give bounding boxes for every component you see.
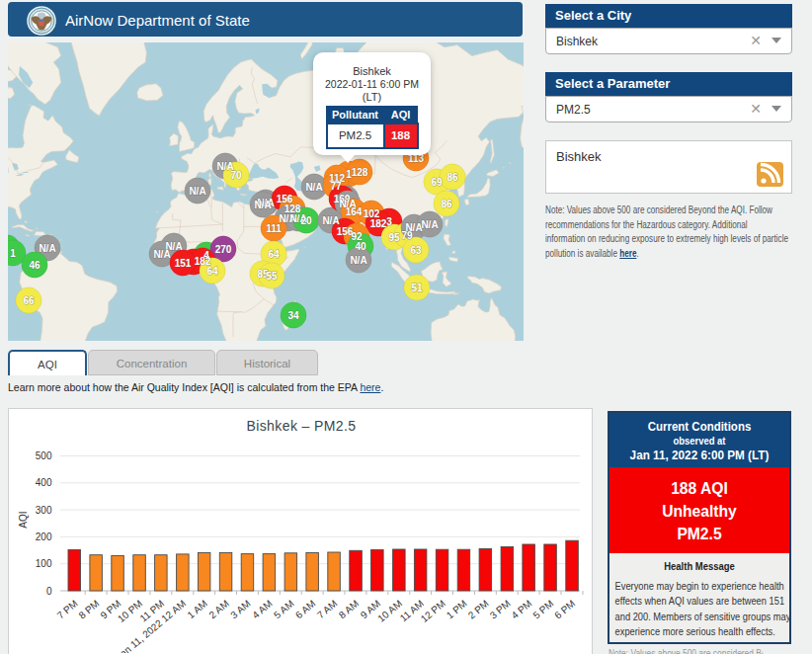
svg-text:70: 70 (230, 170, 242, 181)
svg-text:86: 86 (447, 172, 458, 183)
svg-text:400: 400 (36, 477, 52, 488)
svg-text:3 PM: 3 PM (488, 598, 513, 620)
svg-text:4 PM: 4 PM (510, 598, 534, 620)
svg-text:3 AM: 3 AM (228, 598, 253, 620)
svg-text:N/A: N/A (254, 200, 271, 210)
svg-text:8 AM: 8 AM (337, 598, 362, 620)
svg-text:300: 300 (36, 505, 52, 516)
svg-text:N/A: N/A (405, 222, 422, 233)
svg-text:111: 111 (266, 223, 282, 234)
svg-text:6 AM: 6 AM (293, 598, 318, 620)
svg-text:N/A: N/A (350, 255, 366, 266)
svg-text:55: 55 (266, 271, 278, 282)
svg-text:7 PM: 7 PM (55, 598, 80, 620)
svg-text:2 PM: 2 PM (466, 598, 491, 620)
svg-text:86: 86 (441, 199, 452, 209)
svg-text:100: 100 (36, 558, 52, 569)
svg-text:69: 69 (431, 177, 443, 188)
svg-text:64: 64 (268, 249, 280, 260)
svg-text:51: 51 (411, 283, 423, 293)
svg-text:5 AM: 5 AM (272, 598, 296, 620)
svg-text:270: 270 (215, 244, 232, 255)
svg-text:1 AM: 1 AM (185, 598, 209, 620)
svg-text:N/A: N/A (153, 249, 170, 260)
svg-text:5 PM: 5 PM (530, 598, 555, 620)
svg-text:64: 64 (206, 266, 218, 277)
svg-text:8 PM: 8 PM (77, 598, 102, 620)
svg-text:N/A: N/A (39, 243, 55, 254)
svg-text:Bishkek – PM2.5: Bishkek – PM2.5 (246, 418, 356, 434)
svg-text:164: 164 (346, 206, 363, 217)
svg-text:12 PM: 12 PM (419, 598, 447, 624)
svg-text:N/A: N/A (322, 215, 339, 226)
svg-text:20: 20 (300, 215, 312, 226)
svg-text:N/A: N/A (421, 219, 438, 230)
svg-text:2 AM: 2 AM (206, 598, 231, 620)
svg-text:3: 3 (386, 216, 392, 227)
svg-text:0: 0 (46, 586, 52, 597)
svg-text:34: 34 (287, 310, 299, 321)
svg-text:1: 1 (10, 248, 16, 259)
svg-text:46: 46 (29, 260, 41, 271)
svg-text:7 AM: 7 AM (315, 598, 340, 620)
svg-text:200: 200 (36, 531, 52, 542)
svg-text:N/A: N/A (305, 182, 322, 193)
svg-text:10 PM: 10 PM (116, 598, 144, 624)
svg-text:500: 500 (36, 450, 52, 461)
svg-text:10 AM: 10 AM (375, 598, 404, 624)
svg-text:N/A: N/A (189, 186, 205, 197)
svg-text:40: 40 (355, 241, 366, 252)
svg-text:1 PM: 1 PM (445, 598, 469, 620)
svg-text:128: 128 (352, 167, 368, 178)
svg-text:95: 95 (388, 232, 400, 243)
svg-text:66: 66 (23, 295, 35, 306)
svg-text:182: 182 (370, 218, 387, 229)
svg-text:77: 77 (330, 181, 342, 192)
svg-text:63: 63 (410, 245, 422, 256)
svg-text:4 AM: 4 AM (250, 598, 275, 620)
svg-text:6 PM: 6 PM (552, 598, 577, 620)
svg-text:AQI: AQI (18, 511, 29, 528)
svg-text:151: 151 (175, 258, 192, 269)
